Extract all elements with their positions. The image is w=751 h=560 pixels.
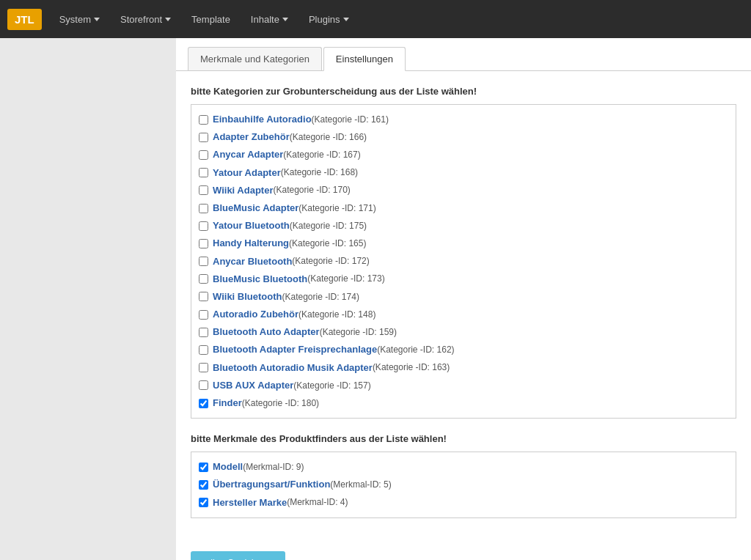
list-item: Wiiki Adapter (Kategorie -ID: 170) (199, 182, 728, 199)
list-item: Hersteller Marke (Merkmal-ID: 4) (199, 494, 728, 512)
item-id: (Kategorie -ID: 175) (290, 220, 367, 232)
item-name: Bluetooth Auto Adapter (213, 325, 320, 339)
item-id: (Kategorie -ID: 163) (373, 361, 450, 374)
item-id: (Kategorie -ID: 162) (377, 344, 454, 356)
item-id: (Kategorie -ID: 159) (320, 326, 397, 339)
checkbox-12[interactable] (199, 328, 208, 337)
save-button[interactable]: alles Speichern (191, 551, 285, 560)
list-item: BlueMusic Adapter (Kategorie -ID: 171) (199, 199, 728, 217)
content-body: bitte Kategorien zur Grobunterscheidung … (176, 71, 751, 560)
checkbox-14[interactable] (199, 363, 208, 372)
list-item: Bluetooth Adapter Freisprechanlage (Kate… (199, 341, 728, 358)
list-item: Übertragungsart/Funktion (Merkmal-ID: 5) (199, 476, 728, 493)
checkbox-8[interactable] (199, 257, 208, 266)
item-id: (Kategorie -ID: 180) (242, 397, 319, 410)
checkbox-4[interactable] (199, 185, 208, 195)
item-name: Bluetooth Adapter Freisprechanlage (213, 343, 377, 356)
item-id: (Kategorie -ID: 174) (282, 291, 359, 303)
item-name: Modell (213, 460, 243, 474)
list-item: Bluetooth Auto Adapter (Kategorie -ID: 1… (199, 323, 728, 341)
list-item: Wiiki Bluetooth (Kategorie -ID: 174) (199, 288, 728, 306)
list-item: Yatour Adapter (Kategorie -ID: 168) (199, 164, 728, 182)
list-item: Anycar Adapter (Kategorie -ID: 167) (199, 146, 728, 163)
tab-einstellungen[interactable]: Einstellungen (323, 47, 406, 71)
item-id: (Kategorie -ID: 166) (290, 131, 367, 144)
checkbox-2[interactable] (199, 150, 208, 160)
nav-item-inhalte[interactable]: Inhalte (242, 8, 297, 31)
list-item: Handy Halterung (Kategorie -ID: 165) (199, 235, 728, 252)
caret-icon (343, 18, 349, 21)
checkbox-5[interactable] (199, 204, 208, 213)
item-name: BlueMusic Bluetooth (213, 273, 307, 286)
item-name: Adapter Zubehör (213, 130, 290, 144)
section2-title: bitte Merkmale des Produktfinders aus de… (191, 433, 736, 444)
tab-merkmale-kategorien[interactable]: Merkmale und Kategorien (188, 47, 322, 70)
item-id: (Kategorie -ID: 157) (293, 380, 370, 392)
checkbox-s2-2[interactable] (199, 498, 208, 507)
item-name: Finder (213, 397, 242, 410)
list-item: USB AUX Adapter (Kategorie -ID: 157) (199, 377, 728, 394)
item-name: Hersteller Marke (213, 496, 287, 509)
checkbox-s2-0[interactable] (199, 463, 208, 472)
checkbox-3[interactable] (199, 168, 208, 177)
section1-title: bitte Kategorien zur Grobunterscheidung … (191, 86, 736, 97)
item-name: Handy Halterung (213, 237, 289, 250)
tab-bar: Merkmale und Kategorien Einstellungen (176, 38, 751, 71)
nav-item-storefront[interactable]: Storefront (111, 8, 180, 31)
item-name: Yatour Bluetooth (213, 219, 290, 232)
sidebar (0, 38, 176, 560)
checkbox-16[interactable] (199, 399, 208, 408)
item-id: (Kategorie -ID: 148) (298, 309, 376, 321)
item-id: (Merkmal-ID: 9) (243, 461, 304, 474)
checkbox-s2-1[interactable] (199, 480, 208, 490)
item-id: (Kategorie -ID: 172) (292, 255, 369, 268)
checkbox-10[interactable] (199, 292, 208, 301)
item-id: (Kategorie -ID: 170) (273, 184, 350, 196)
item-name: Wiiki Bluetooth (213, 290, 282, 303)
list-item: Anycar Bluetooth (Kategorie -ID: 172) (199, 253, 728, 270)
nav-item-plugins[interactable]: Plugins (300, 8, 358, 31)
item-id: (Kategorie -ID: 171) (298, 202, 376, 215)
caret-icon (165, 18, 171, 21)
item-name: BlueMusic Adapter (213, 202, 298, 215)
main-content: Merkmale und Kategorien Einstellungen bi… (176, 38, 751, 560)
list-item: Adapter Zubehör (Kategorie -ID: 166) (199, 128, 728, 146)
item-id: (Kategorie -ID: 167) (283, 149, 360, 161)
item-name: Übertragungsart/Funktion (213, 478, 330, 491)
item-id: (Merkmal-ID: 5) (330, 479, 391, 491)
item-name: Bluetooth Autoradio Musik Adapter (213, 361, 373, 375)
brand-logo: JTL (7, 9, 42, 30)
checkbox-6[interactable] (199, 221, 208, 231)
checkbox-0[interactable] (199, 115, 208, 125)
item-name: Anycar Bluetooth (213, 255, 292, 268)
section1-list: Einbauhilfe Autoradio (Kategorie -ID: 16… (191, 104, 736, 419)
list-item: BlueMusic Bluetooth (Kategorie -ID: 173) (199, 270, 728, 288)
item-name: Autoradio Zubehör (213, 308, 298, 321)
navbar: JTL SystemStorefrontTemplateInhaltePlugi… (0, 0, 751, 38)
checkbox-7[interactable] (199, 239, 208, 248)
list-item: Yatour Bluetooth (Kategorie -ID: 175) (199, 217, 728, 235)
checkbox-11[interactable] (199, 310, 208, 320)
item-name: Einbauhilfe Autoradio (213, 113, 312, 126)
nav-item-system[interactable]: System (51, 8, 109, 31)
item-id: (Kategorie -ID: 168) (281, 166, 358, 179)
list-item: Modell (Merkmal-ID: 9) (199, 458, 728, 476)
list-item: Autoradio Zubehör (Kategorie -ID: 148) (199, 306, 728, 323)
item-name: Yatour Adapter (213, 166, 281, 180)
item-name: Anycar Adapter (213, 148, 283, 161)
list-item: Einbauhilfe Autoradio (Kategorie -ID: 16… (199, 111, 728, 128)
checkbox-15[interactable] (199, 380, 208, 390)
list-item: Finder (Kategorie -ID: 180) (199, 394, 728, 412)
checkbox-1[interactable] (199, 133, 208, 142)
item-id: (Merkmal-ID: 4) (287, 496, 348, 509)
item-name: USB AUX Adapter (213, 379, 293, 392)
caret-icon (94, 18, 100, 21)
caret-icon (282, 18, 288, 21)
list-item: Bluetooth Autoradio Musik Adapter (Kateg… (199, 359, 728, 377)
checkbox-13[interactable] (199, 345, 208, 355)
checkbox-9[interactable] (199, 274, 208, 284)
item-id: (Kategorie -ID: 165) (289, 237, 366, 250)
item-id: (Kategorie -ID: 173) (307, 273, 384, 285)
nav-item-template[interactable]: Template (183, 8, 239, 31)
item-id: (Kategorie -ID: 161) (312, 114, 389, 126)
